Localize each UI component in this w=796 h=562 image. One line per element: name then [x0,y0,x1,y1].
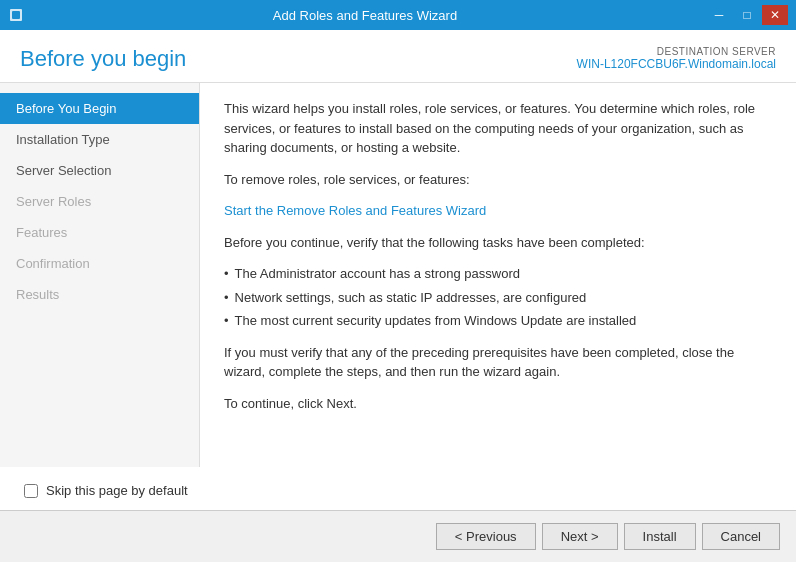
bullet-text-2: Network settings, such as static IP addr… [235,288,587,308]
bullet-dot-1: • [224,264,229,284]
wizard-footer: < Previous Next > Install Cancel [0,510,796,562]
bullet-item-1: • The Administrator account has a strong… [224,264,772,284]
svg-rect-1 [12,11,20,19]
continue-text: To continue, click Next. [224,394,772,414]
bullet-item-2: • Network settings, such as static IP ad… [224,288,772,308]
app-icon [8,7,24,23]
sidebar-item-results: Results [0,279,199,310]
sidebar-item-installation-type[interactable]: Installation Type [0,124,199,155]
bullet-dot-3: • [224,311,229,331]
checkbox-area: Skip this page by default [0,467,796,510]
page-title: Before you begin [20,46,577,72]
server-info: DESTINATION SERVER WIN-L120FCCBU6F.Windo… [577,46,776,71]
title-bar: Add Roles and Features Wizard ─ □ ✕ [0,0,796,30]
sidebar-item-before-you-begin[interactable]: Before You Begin [0,93,199,124]
window-controls: ─ □ ✕ [706,5,788,25]
main-content: This wizard helps you install roles, rol… [200,83,796,467]
bullet-list: • The Administrator account has a strong… [224,264,772,331]
bullet-text-1: The Administrator account has a strong p… [235,264,520,284]
prereq-text: If you must verify that any of the prece… [224,343,772,382]
sidebar-item-confirmation: Confirmation [0,248,199,279]
sidebar-item-features: Features [0,217,199,248]
close-button[interactable]: ✕ [762,5,788,25]
sidebar-item-server-selection[interactable]: Server Selection [0,155,199,186]
sidebar: Before You Begin Installation Type Serve… [0,83,200,467]
install-button[interactable]: Install [624,523,696,550]
minimize-button[interactable]: ─ [706,5,732,25]
wizard-header: Before you begin DESTINATION SERVER WIN-… [0,30,796,83]
wizard-content: Before You Begin Installation Type Serve… [0,83,796,467]
server-label: DESTINATION SERVER [577,46,776,57]
skip-checkbox-label[interactable]: Skip this page by default [46,483,188,498]
remove-link-paragraph: Start the Remove Roles and Features Wiza… [224,201,772,221]
next-button[interactable]: Next > [542,523,618,550]
restore-button[interactable]: □ [734,5,760,25]
bullet-text-3: The most current security updates from W… [235,311,637,331]
previous-button[interactable]: < Previous [436,523,536,550]
skip-checkbox[interactable] [24,484,38,498]
bullet-item-3: • The most current security updates from… [224,311,772,331]
verify-text: Before you continue, verify that the fol… [224,233,772,253]
bullet-dot-2: • [224,288,229,308]
window-title: Add Roles and Features Wizard [24,8,706,23]
intro-paragraph: This wizard helps you install roles, rol… [224,99,772,158]
wizard-body: Before you begin DESTINATION SERVER WIN-… [0,30,796,562]
cancel-button[interactable]: Cancel [702,523,780,550]
sidebar-item-server-roles: Server Roles [0,186,199,217]
server-name: WIN-L120FCCBU6F.Windomain.local [577,57,776,71]
remove-label: To remove roles, role services, or featu… [224,170,772,190]
remove-link[interactable]: Start the Remove Roles and Features Wiza… [224,203,486,218]
